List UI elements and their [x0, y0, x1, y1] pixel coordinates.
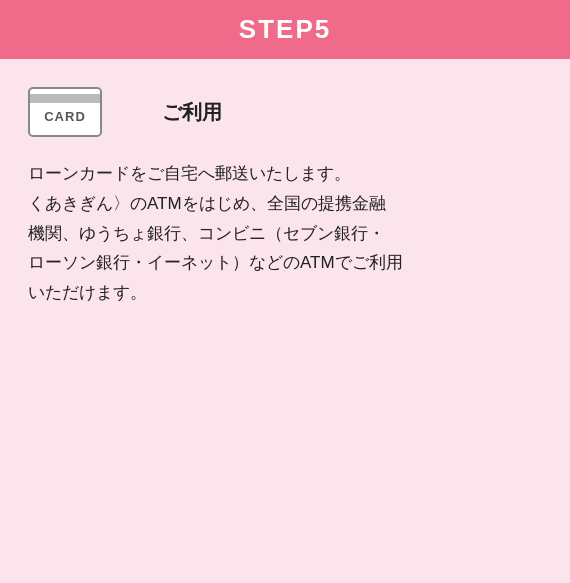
top-row: CARD ご利用: [28, 87, 538, 137]
header-title: STEP5: [239, 14, 331, 44]
content: CARD ご利用 ローンカードをご自宅へ郵送いたします。くあきぎん〉のATMをは…: [0, 59, 570, 336]
card-icon: CARD: [28, 87, 102, 137]
description-text: ローンカードをご自宅へ郵送いたします。くあきぎん〉のATMをはじめ、全国の提携金…: [28, 159, 538, 308]
section-title: ご利用: [162, 99, 222, 126]
card-stripe: [30, 94, 100, 103]
card-icon-label: CARD: [44, 109, 86, 124]
header: STEP5: [0, 0, 570, 59]
